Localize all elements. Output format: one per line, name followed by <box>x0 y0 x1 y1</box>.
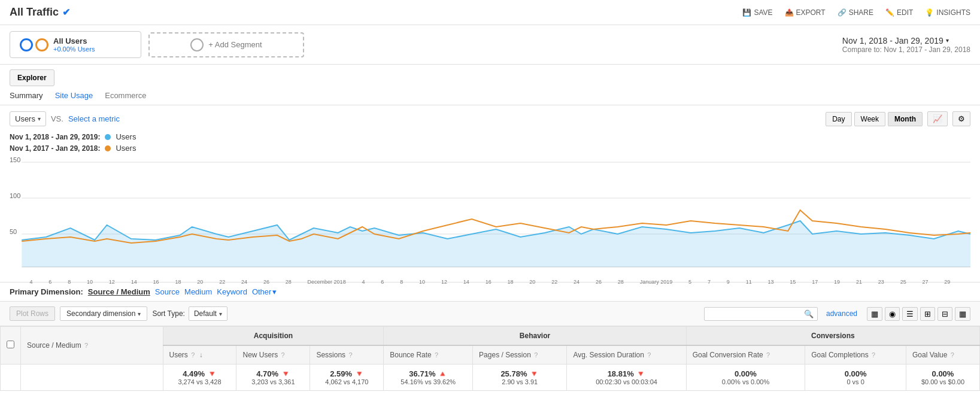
metric-dropdown[interactable]: Users ▾ <box>10 111 46 126</box>
save-icon: 💾 <box>742 8 751 17</box>
circle-blue-icon <box>20 38 33 51</box>
date-range-main[interactable]: Nov 1, 2018 - Jan 29, 2019 ▾ <box>842 36 970 45</box>
source-medium-help-icon: ? <box>84 342 88 349</box>
segment-circles <box>20 38 48 51</box>
day-button[interactable]: Day <box>826 112 851 126</box>
data-table: Source / Medium ? Acquisition Behavior C… <box>0 326 980 391</box>
search-input[interactable] <box>708 309 804 318</box>
new-users-trend-icon: 🔻 <box>281 369 290 378</box>
table-controls: Plot Rows Secondary dimension ▾ Sort Typ… <box>0 302 980 326</box>
circle-orange-icon <box>35 38 48 51</box>
summary-goal-value: 0.00% $0.00 vs $0.00 <box>906 365 979 391</box>
segment-bar: All Users +0.00% Users + Add Segment Nov… <box>0 25 980 65</box>
other-dropdown-icon: ▾ <box>272 287 277 296</box>
users-col-header[interactable]: Users ? ↓ <box>163 345 236 365</box>
insights-button[interactable]: 💡 INSIGHTS <box>925 8 970 17</box>
goal-completions-col-header[interactable]: Goal Completions ? <box>805 345 906 365</box>
chevron-down-icon: ▾ <box>946 37 949 44</box>
secondary-dim-arrow-icon: ▾ <box>138 311 141 317</box>
dim-medium[interactable]: Medium <box>184 287 212 296</box>
date-range-area: Nov 1, 2018 - Jan 29, 2019 ▾ Compare to:… <box>842 36 970 54</box>
add-segment-icon <box>190 38 204 51</box>
chart-legend: Nov 1, 2018 - Jan 29, 2019: Users Nov 1,… <box>10 132 970 153</box>
advanced-link[interactable]: advanced <box>826 309 857 318</box>
legend-dot-orange <box>105 145 111 151</box>
add-segment-button[interactable]: + Add Segment <box>148 32 304 57</box>
edit-icon: ✏️ <box>885 8 894 17</box>
list-view-button[interactable]: ☰ <box>902 307 918 321</box>
tab-summary[interactable]: Summary <box>10 91 43 100</box>
data-table-container: Source / Medium ? Acquisition Behavior C… <box>0 326 980 391</box>
source-medium-header[interactable]: Source / Medium ? <box>21 327 163 365</box>
dim-other[interactable]: Other ▾ <box>252 287 277 296</box>
grid-view-button[interactable]: ▦ <box>867 307 882 321</box>
summary-goal-conv: 0.00% 0.00% vs 0.00% <box>686 365 805 391</box>
tab-site-usage[interactable]: Site Usage <box>55 91 93 100</box>
avg-session-help-icon: ? <box>647 351 651 359</box>
explorer-tabs: Explorer Summary Site Usage Ecommerce <box>0 65 980 105</box>
goal-conv-col-header[interactable]: Goal Conversion Rate ? <box>686 345 805 365</box>
scatter-chart-button[interactable]: ⚙ <box>952 111 970 126</box>
y-label-150: 150 <box>10 156 20 163</box>
new-users-col-header[interactable]: New Users ? <box>236 345 310 365</box>
view-icons: ▦ ◉ ☰ ⊞ ⊟ ▦ <box>867 307 970 321</box>
share-icon: 🔗 <box>838 8 846 17</box>
tab-ecommerce[interactable]: Ecommerce <box>105 91 146 100</box>
metric-selector: Users ▾ VS. Select a metric <box>10 111 120 126</box>
secondary-dimension-button[interactable]: Secondary dimension ▾ <box>60 306 147 321</box>
bounce-rate-trend-icon: 🔺 <box>438 369 447 378</box>
goal-completions-help-icon: ? <box>872 351 875 359</box>
select-all-checkbox[interactable] <box>7 341 14 348</box>
pages-session-help-icon: ? <box>534 351 538 359</box>
explorer-tab[interactable]: Explorer <box>10 69 54 86</box>
page-title: All Traffic ✔ <box>10 6 70 19</box>
sessions-trend-icon: 🔻 <box>354 369 364 378</box>
behavior-header: Behavior <box>384 327 686 346</box>
goal-value-col-header[interactable]: Goal Value ? <box>906 345 979 365</box>
date-range-compare: Compare to: Nov 1, 2017 - Jan 29, 2018 <box>842 45 970 54</box>
users-sort-icon: ↓ <box>199 351 203 359</box>
verified-icon: ✔ <box>62 7 70 18</box>
dim-source-medium[interactable]: Source / Medium <box>88 287 150 296</box>
search-icon: 🔍 <box>804 309 814 318</box>
scatter-view-button[interactable]: ⊟ <box>937 307 952 321</box>
dim-source[interactable]: Source <box>155 287 180 296</box>
chart-controls: Users ▾ VS. Select a metric Day Week Mon… <box>10 111 970 126</box>
line-chart-button[interactable]: 📈 <box>927 111 948 126</box>
sort-dropdown[interactable]: Default ▾ <box>189 306 227 321</box>
segment-all-users[interactable]: All Users +0.00% Users <box>10 31 141 58</box>
sessions-help-icon: ? <box>348 351 352 359</box>
dim-keyword[interactable]: Keyword <box>217 287 247 296</box>
pages-session-col-header[interactable]: Pages / Session ? <box>473 345 567 365</box>
legend-item-current: Nov 1, 2018 - Jan 29, 2019: Users <box>10 132 970 141</box>
save-button[interactable]: 💾 SAVE <box>742 8 772 17</box>
share-button[interactable]: 🔗 SHARE <box>838 8 873 17</box>
edit-button[interactable]: ✏️ EDIT <box>885 8 913 17</box>
metric-dropdown-arrow-icon: ▾ <box>38 116 41 122</box>
chart-svg <box>10 156 970 276</box>
plot-rows-button: Plot Rows <box>10 306 55 321</box>
week-button[interactable]: Week <box>854 112 885 126</box>
pie-view-button[interactable]: ◉ <box>885 307 900 321</box>
bar-view-button[interactable]: ▦ <box>955 307 970 321</box>
month-button[interactable]: Month <box>888 112 923 126</box>
column-view-button[interactable]: ⊞ <box>920 307 935 321</box>
summary-checkbox <box>1 365 21 391</box>
segment-info: All Users +0.00% Users <box>53 37 95 53</box>
top-bar: All Traffic ✔ 💾 SAVE 📤 EXPORT 🔗 SHARE ✏️… <box>0 0 980 25</box>
summary-bounce-rate: 36.71% 🔺 54.16% vs 39.62% <box>384 365 473 391</box>
insights-icon: 💡 <box>925 8 934 17</box>
y-label-50: 50 <box>10 228 17 235</box>
summary-goal-completions: 0.00% 0 vs 0 <box>805 365 906 391</box>
select-metric-link[interactable]: Select a metric <box>68 114 120 123</box>
conversions-header: Conversions <box>686 327 979 346</box>
avg-session-col-header[interactable]: Avg. Session Duration ? <box>567 345 686 365</box>
search-box[interactable]: 🔍 <box>704 307 818 321</box>
summary-source <box>21 365 163 391</box>
y-label-100: 100 <box>10 192 20 199</box>
bounce-rate-col-header[interactable]: Bounce Rate ? <box>384 345 473 365</box>
sessions-col-header[interactable]: Sessions ? <box>310 345 384 365</box>
new-users-help-icon: ? <box>281 351 285 359</box>
legend-item-previous: Nov 1, 2017 - Jan 29, 2018: Users <box>10 144 970 153</box>
export-button[interactable]: 📤 EXPORT <box>785 8 826 17</box>
